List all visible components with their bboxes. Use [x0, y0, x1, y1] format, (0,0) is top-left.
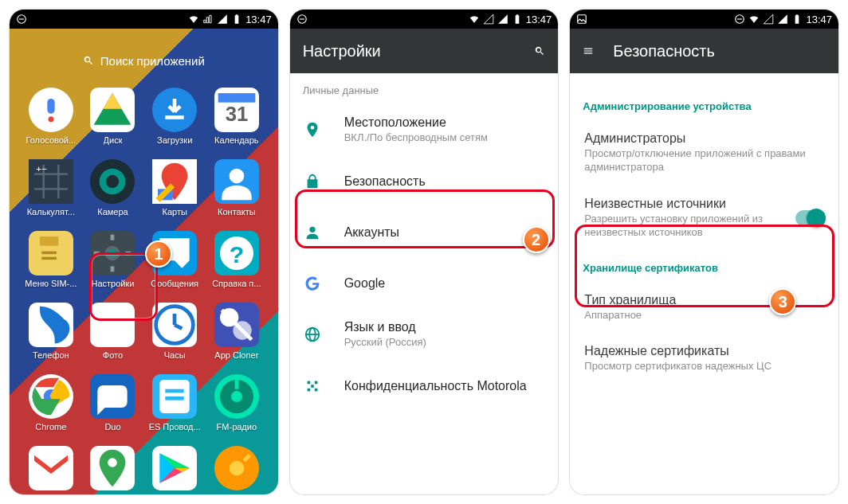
status-time: 13:47 — [806, 14, 832, 25]
app-icon — [29, 303, 73, 347]
settings-item-title: Конфиденциальность Motorola — [344, 379, 546, 393]
svg-point-54 — [309, 227, 315, 232]
svg-point-46 — [231, 391, 242, 402]
app-App Cloner[interactable]: App Cloner — [208, 303, 265, 360]
settings-item-1[interactable]: Безопасность — [290, 156, 559, 207]
app-Play Марк...[interactable]: Play Марк... — [146, 446, 203, 494]
signal-icon — [483, 14, 494, 25]
app-icon — [214, 159, 259, 204]
app-Калькулят...[interactable]: +−Калькулят... — [22, 159, 80, 217]
app-Chrome[interactable]: Chrome — [22, 374, 80, 432]
item-trusted-certs[interactable]: Надежные сертификаты Просмотр сертификат… — [570, 333, 838, 385]
app-icon — [152, 303, 197, 347]
app-FM-радио[interactable]: FM-радио — [208, 374, 265, 432]
unknown-sources-toggle[interactable] — [795, 210, 824, 226]
settings-item-0[interactable]: МестоположениеВКЛ./По беспроводным сетям — [290, 104, 559, 156]
app-label: Play Музы... — [212, 494, 261, 494]
settings-item-2[interactable]: Аккаунты — [290, 207, 559, 258]
dnd-icon — [734, 14, 745, 25]
svg-point-19 — [229, 169, 244, 184]
svg-text:+−: +− — [36, 163, 47, 174]
app-Голосовой...[interactable]: Голосовой... — [22, 88, 80, 145]
item-storage-type[interactable]: Тип хранилища Аппаратное — [570, 282, 838, 334]
search-icon — [83, 55, 94, 66]
app-Диск[interactable]: Диск — [84, 88, 142, 145]
app-Часы[interactable]: Часы — [146, 303, 203, 360]
svg-rect-7 — [218, 93, 255, 103]
admins-title: Администраторы — [584, 131, 824, 146]
status-time: 13:47 — [245, 14, 272, 25]
app-Play Музы...[interactable]: Play Музы... — [208, 446, 265, 494]
admins-sub: Просмотр/отключение приложений с правами… — [584, 147, 824, 174]
app-icon — [90, 374, 135, 419]
dnd-icon — [16, 14, 27, 25]
item-administrators[interactable]: Администраторы Просмотр/отключение прило… — [570, 120, 838, 186]
svg-rect-52 — [300, 18, 304, 19]
app-Контакты[interactable]: Контакты — [208, 159, 265, 217]
signal-icon — [763, 14, 774, 25]
app-Duo[interactable]: Duo — [84, 374, 142, 432]
settings-item-sub: Русский (Россия) — [344, 336, 546, 350]
svg-rect-44 — [165, 397, 183, 400]
app-Карты[interactable]: Карты — [146, 159, 203, 217]
trusted-sub: Просмотр сертификатов надежных ЦС — [584, 360, 824, 373]
app-Справка п...[interactable]: ?Справка п... — [208, 231, 265, 288]
app-Загрузки[interactable]: Загрузки — [146, 88, 203, 145]
settings-item-3[interactable]: Google — [290, 258, 559, 309]
svg-rect-60 — [314, 381, 317, 384]
svg-rect-23 — [41, 257, 57, 260]
unknown-sub: Разрешить установку приложений из неизве… — [584, 213, 795, 240]
app-icon — [214, 446, 259, 490]
app-icon — [90, 303, 135, 347]
app-Календарь[interactable]: 31Календарь — [208, 88, 265, 145]
settings-item-icon — [303, 274, 322, 293]
app-label: Сообщения — [151, 279, 198, 288]
svg-rect-42 — [98, 385, 128, 408]
search-apps[interactable]: Поиск приложений — [24, 46, 264, 75]
app-grid: Голосовой...ДискЗагрузки31Календарь+−Кал… — [18, 88, 270, 494]
app-Настройки[interactable]: Настройки — [84, 231, 142, 288]
settings-item-5[interactable]: Конфиденциальность Motorola — [290, 361, 559, 412]
settings-item-4[interactable]: Язык и вводРусский (Россия) — [290, 309, 559, 361]
settings-item-title: Местоположение — [344, 115, 546, 130]
app-ES Провод...[interactable]: ES Провод... — [146, 374, 203, 432]
app-label: App Cloner — [214, 350, 258, 360]
svg-point-16 — [106, 175, 119, 188]
wifi-icon — [188, 14, 199, 25]
app-Фото[interactable]: Фото — [84, 303, 142, 360]
app-label: Карты — [162, 207, 186, 217]
svg-text:31: 31 — [226, 103, 249, 125]
settings-list: МестоположениеВКЛ./По беспроводным сетям… — [290, 104, 559, 412]
app-label: Справка п... — [212, 279, 261, 288]
app-label: Chrome — [35, 422, 66, 432]
signal2-icon — [497, 14, 508, 25]
status-time: 13:47 — [526, 14, 552, 25]
svg-point-33 — [108, 320, 118, 330]
app-Maps[interactable]: Maps — [84, 446, 142, 494]
search-icon[interactable] — [534, 45, 545, 57]
svg-rect-21 — [40, 236, 58, 246]
phone-security: 13:47 Безопасность Администрирование уст… — [570, 10, 838, 494]
app-Камера[interactable]: Камера — [84, 159, 142, 217]
status-bar: 13:47 — [290, 10, 559, 29]
settings-title: Настройки — [303, 42, 381, 61]
app-Телефон[interactable]: Телефон — [22, 303, 80, 360]
app-icon: 31 — [214, 88, 259, 132]
phone-app-drawer: 13:47 Поиск приложений Голосовой...ДискЗ… — [10, 10, 278, 494]
settings-item-sub: ВКЛ./По беспроводным сетям — [344, 131, 546, 145]
section-admin: Администрирование устройства — [570, 89, 838, 120]
item-unknown-sources[interactable]: Неизвестные источники Разрешить установк… — [570, 186, 838, 251]
app-label: Диск — [104, 135, 123, 145]
app-Gmail[interactable]: Gmail — [22, 446, 80, 494]
app-label: Контакты — [218, 207, 256, 217]
settings-item-icon — [303, 120, 322, 139]
app-icon — [90, 231, 135, 275]
svg-rect-3 — [47, 99, 54, 114]
app-label: Меню SIM-... — [25, 279, 77, 288]
settings-item-title: Аккаунты — [344, 225, 546, 240]
status-bar: 13:47 — [10, 10, 278, 29]
security-appbar: Безопасность — [570, 29, 838, 73]
app-Меню SIM-...[interactable]: Меню SIM-... — [22, 231, 80, 288]
hamburger-icon[interactable] — [583, 45, 594, 57]
app-icon — [90, 88, 135, 132]
